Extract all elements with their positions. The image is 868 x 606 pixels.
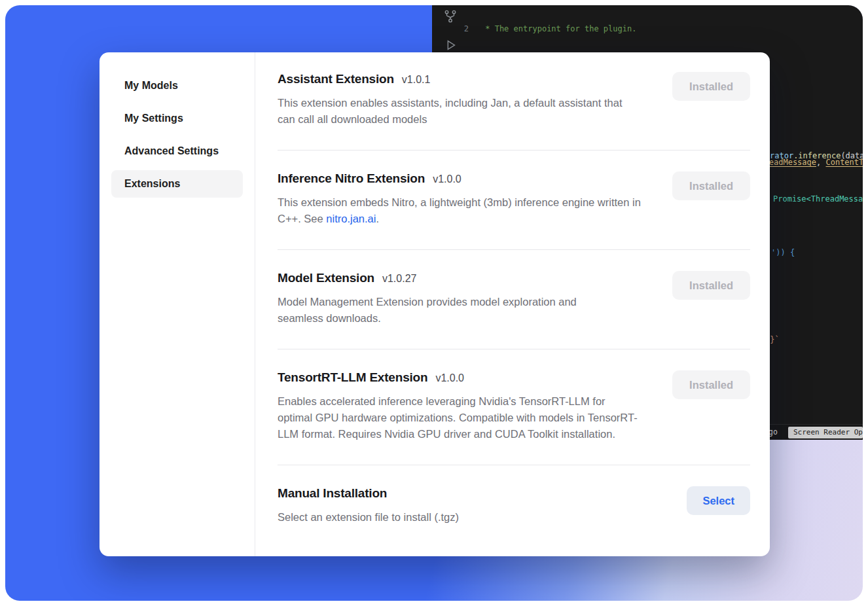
sidebar-item-label: Advanced Settings: [124, 145, 219, 157]
installed-button[interactable]: Installed: [672, 271, 750, 300]
sidebar-item-label: My Settings: [124, 113, 183, 124]
extension-version: v1.0.1: [402, 74, 431, 86]
code-text: * The entrypoint for the plugin.: [480, 24, 636, 33]
extension-name: Model Extension: [278, 271, 374, 285]
sidebar-item-advanced-settings[interactable]: Advanced Settings: [111, 137, 243, 165]
line-number: 2: [432, 24, 480, 35]
extension-description: This extension enables assistants, inclu…: [278, 95, 641, 128]
extensions-list: Assistant Extension v1.0.1 This extensio…: [255, 52, 770, 556]
extension-row-nitro: Inference Nitro Extension v1.0.0 This ex…: [278, 150, 750, 249]
sidebar-item-extensions[interactable]: Extensions: [111, 170, 243, 198]
extension-name: TensortRT-LLM Extension: [278, 370, 427, 385]
extension-description: This extension embeds Nitro, a lightweig…: [278, 194, 641, 227]
code-fragment: ')) {: [771, 247, 795, 258]
extension-row-assistant: Assistant Extension v1.0.1 This extensio…: [278, 52, 750, 150]
background: 2 * The entrypoint for the plugin. 3 */ …: [5, 5, 863, 601]
extension-name: Inference Nitro Extension: [278, 171, 425, 186]
extension-version: v1.0.27: [382, 273, 416, 285]
code-line: 2 * The entrypoint for the plugin.: [432, 24, 863, 35]
sidebar-item-label: My Models: [124, 80, 178, 92]
extension-description: Enables accelerated inference leveraging…: [278, 393, 641, 442]
sidebar-item-my-settings[interactable]: My Settings: [111, 105, 243, 132]
status-text: go: [769, 427, 778, 438]
installed-button[interactable]: Installed: [672, 171, 750, 200]
extension-description: Model Management Extension provides mode…: [278, 294, 585, 327]
settings-panel: My Models My Settings Advanced Settings …: [99, 52, 770, 556]
nitro-link[interactable]: nitro.jan.ai: [326, 213, 376, 224]
screen-reader-chip[interactable]: Screen Reader Optimize: [788, 427, 863, 438]
sidebar-item-my-models[interactable]: My Models: [111, 72, 243, 99]
select-button[interactable]: Select: [687, 486, 750, 515]
manual-installation-description: Select an extension file to install (.tg…: [278, 509, 641, 526]
settings-sidebar: My Models My Settings Advanced Settings …: [99, 52, 255, 556]
code-fragment: rator.inference(data));: [770, 151, 863, 162]
installed-button[interactable]: Installed: [672, 370, 750, 399]
manual-installation-row: Manual Installation Select an extension …: [278, 465, 750, 548]
installed-button[interactable]: Installed: [672, 72, 750, 101]
sidebar-item-label: Extensions: [124, 178, 180, 190]
extension-row-tensorrt: TensortRT-LLM Extension v1.0.0 Enables a…: [278, 349, 750, 465]
extension-version: v1.0.0: [433, 173, 461, 185]
code-fragment: Promise<ThreadMessage>: [773, 194, 863, 205]
extension-row-model: Model Extension v1.0.27 Model Management…: [278, 249, 750, 349]
manual-installation-title: Manual Installation: [278, 486, 387, 501]
extension-version: v1.0.0: [435, 372, 464, 384]
extension-name: Assistant Extension: [278, 72, 394, 86]
